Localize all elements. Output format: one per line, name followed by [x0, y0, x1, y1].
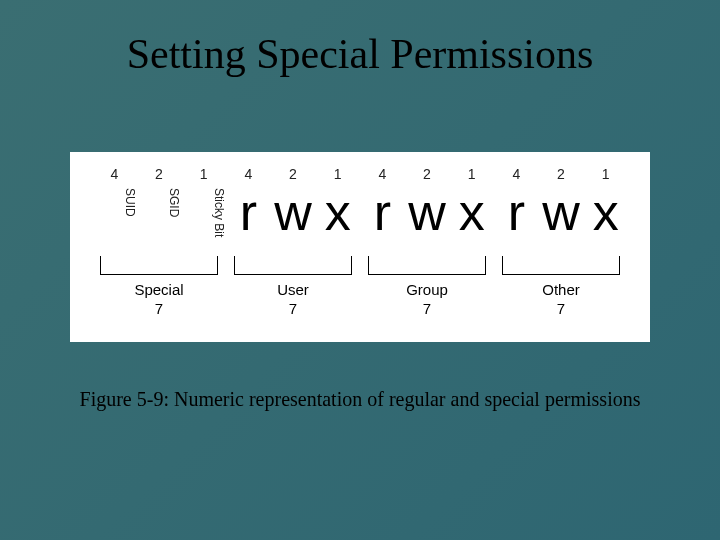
group-other: 4 2 1 r w x Other 7 — [494, 166, 628, 332]
perm-glyph: r — [360, 186, 405, 238]
group-octal: 7 — [226, 300, 360, 317]
bit-value: 1 — [315, 166, 360, 184]
slide-title: Setting Special Permissions — [0, 30, 720, 78]
group-name: Other — [494, 281, 628, 298]
special-bit-label: SUID — [92, 186, 137, 217]
bit-value: 1 — [449, 166, 494, 184]
perm-glyph: r — [494, 186, 539, 238]
bit-value: 4 — [226, 166, 271, 184]
bit-value: 2 — [137, 166, 182, 184]
perm-glyph: x — [449, 186, 494, 238]
perm-glyph: x — [583, 186, 628, 238]
group-special: 4 2 1 SUID SGID Sticky Bit Special 7 — [92, 166, 226, 332]
group-bracket — [100, 256, 218, 275]
group-bracket — [234, 256, 352, 275]
bit-value: 1 — [583, 166, 628, 184]
group-name: User — [226, 281, 360, 298]
bit-value: 2 — [271, 166, 316, 184]
perm-glyph: w — [539, 186, 584, 238]
bit-value: 4 — [360, 166, 405, 184]
bit-value: 1 — [181, 166, 226, 184]
group-bracket — [368, 256, 486, 275]
group-user: 4 2 1 r w x User 7 — [226, 166, 360, 332]
group-octal: 7 — [92, 300, 226, 317]
bit-value: 4 — [92, 166, 137, 184]
perm-glyph: w — [405, 186, 450, 238]
group-octal: 7 — [494, 300, 628, 317]
special-bit-label: Sticky Bit — [181, 186, 226, 237]
bit-value: 2 — [405, 166, 450, 184]
bit-value: 4 — [494, 166, 539, 184]
group-group: 4 2 1 r w x Group 7 — [360, 166, 494, 332]
figure-caption: Figure 5-9: Numeric representation of re… — [0, 388, 720, 411]
perm-glyph: w — [271, 186, 316, 238]
bit-value: 2 — [539, 166, 584, 184]
group-bracket — [502, 256, 620, 275]
group-name: Special — [92, 281, 226, 298]
group-octal: 7 — [360, 300, 494, 317]
permissions-diagram: 4 2 1 SUID SGID Sticky Bit Special 7 4 2… — [70, 152, 650, 342]
perm-glyph: r — [226, 186, 271, 238]
perm-glyph: x — [315, 186, 360, 238]
special-bit-label: SGID — [137, 186, 182, 217]
group-name: Group — [360, 281, 494, 298]
